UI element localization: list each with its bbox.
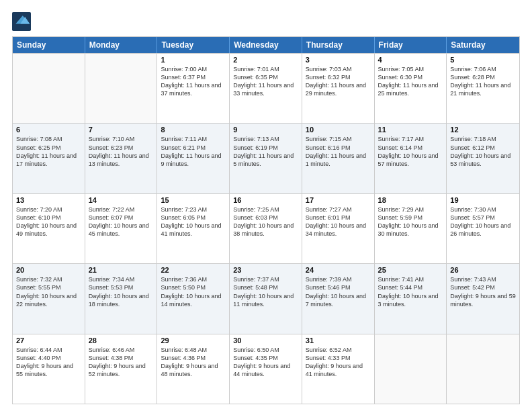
- calendar-cell-day-23: 23Sunrise: 7:37 AM Sunset: 5:48 PM Dayli…: [230, 264, 302, 333]
- cell-info: Sunrise: 7:15 AM Sunset: 6:16 PM Dayligh…: [306, 135, 371, 168]
- calendar-cell-day-4: 4Sunrise: 7:05 AM Sunset: 6:30 PM Daylig…: [375, 54, 447, 123]
- cell-info: Sunrise: 7:06 AM Sunset: 6:28 PM Dayligh…: [450, 65, 516, 98]
- calendar-cell-day-1: 1Sunrise: 7:00 AM Sunset: 6:37 PM Daylig…: [157, 54, 230, 123]
- cell-info: Sunrise: 7:27 AM Sunset: 6:01 PM Dayligh…: [306, 205, 371, 238]
- calendar-cell-day-5: 5Sunrise: 7:06 AM Sunset: 6:28 PM Daylig…: [447, 54, 519, 123]
- calendar-row-2: 6Sunrise: 7:08 AM Sunset: 6:25 PM Daylig…: [13, 123, 519, 193]
- calendar-cell-day-25: 25Sunrise: 7:41 AM Sunset: 5:44 PM Dayli…: [375, 264, 447, 333]
- weekday-header-sunday: Sunday: [13, 37, 85, 53]
- logo-icon: [12, 12, 31, 31]
- calendar-cell-day-30: 30Sunrise: 6:50 AM Sunset: 4:35 PM Dayli…: [230, 334, 302, 404]
- day-number: 20: [16, 266, 81, 274]
- page: SundayMondayTuesdayWednesdayThursdayFrid…: [0, 0, 532, 411]
- calendar-cell-day-27: 27Sunrise: 6:44 AM Sunset: 4:40 PM Dayli…: [13, 334, 85, 404]
- weekday-header-wednesday: Wednesday: [230, 37, 302, 53]
- cell-info: Sunrise: 6:44 AM Sunset: 4:40 PM Dayligh…: [16, 346, 81, 379]
- calendar-cell-empty: [447, 334, 519, 404]
- calendar-cell-day-9: 9Sunrise: 7:13 AM Sunset: 6:19 PM Daylig…: [230, 124, 302, 193]
- day-number: 26: [450, 266, 516, 274]
- day-number: 22: [161, 266, 226, 274]
- day-number: 11: [378, 126, 443, 134]
- day-number: 10: [306, 126, 371, 134]
- day-number: 19: [450, 196, 516, 204]
- day-number: 27: [16, 336, 81, 345]
- weekday-header-friday: Friday: [375, 37, 447, 53]
- calendar-cell-day-2: 2Sunrise: 7:01 AM Sunset: 6:35 PM Daylig…: [230, 54, 302, 123]
- day-number: 3: [306, 56, 371, 64]
- calendar-cell-day-8: 8Sunrise: 7:11 AM Sunset: 6:21 PM Daylig…: [157, 124, 230, 193]
- calendar-cell-day-24: 24Sunrise: 7:39 AM Sunset: 5:46 PM Dayli…: [302, 264, 375, 333]
- cell-info: Sunrise: 7:22 AM Sunset: 6:07 PM Dayligh…: [89, 205, 154, 238]
- cell-info: Sunrise: 7:05 AM Sunset: 6:30 PM Dayligh…: [378, 65, 443, 98]
- day-number: 13: [16, 196, 81, 204]
- calendar-row-5: 27Sunrise: 6:44 AM Sunset: 4:40 PM Dayli…: [13, 334, 519, 404]
- cell-info: Sunrise: 7:29 AM Sunset: 5:59 PM Dayligh…: [378, 205, 443, 238]
- calendar-cell-day-22: 22Sunrise: 7:36 AM Sunset: 5:50 PM Dayli…: [157, 264, 230, 333]
- day-number: 21: [89, 266, 154, 274]
- cell-info: Sunrise: 7:23 AM Sunset: 6:05 PM Dayligh…: [161, 205, 226, 238]
- weekday-header-tuesday: Tuesday: [157, 37, 230, 53]
- cell-info: Sunrise: 7:08 AM Sunset: 6:25 PM Dayligh…: [16, 135, 81, 168]
- calendar-cell-day-15: 15Sunrise: 7:23 AM Sunset: 6:05 PM Dayli…: [157, 194, 230, 263]
- cell-info: Sunrise: 7:25 AM Sunset: 6:03 PM Dayligh…: [233, 205, 298, 238]
- calendar-cell-day-29: 29Sunrise: 6:48 AM Sunset: 4:36 PM Dayli…: [157, 334, 230, 404]
- calendar-cell-day-10: 10Sunrise: 7:15 AM Sunset: 6:16 PM Dayli…: [302, 124, 375, 193]
- calendar-cell-empty: [85, 54, 158, 123]
- day-number: 16: [233, 196, 298, 204]
- calendar-cell-day-11: 11Sunrise: 7:17 AM Sunset: 6:14 PM Dayli…: [375, 124, 447, 193]
- day-number: 6: [16, 126, 81, 134]
- day-number: 24: [306, 266, 371, 274]
- day-number: 7: [89, 126, 154, 134]
- calendar-cell-day-28: 28Sunrise: 6:46 AM Sunset: 4:38 PM Dayli…: [85, 334, 158, 404]
- weekday-header-monday: Monday: [85, 37, 158, 53]
- calendar-body: 1Sunrise: 7:00 AM Sunset: 6:37 PM Daylig…: [13, 53, 519, 404]
- cell-info: Sunrise: 7:32 AM Sunset: 5:55 PM Dayligh…: [16, 275, 81, 308]
- cell-info: Sunrise: 7:39 AM Sunset: 5:46 PM Dayligh…: [306, 275, 371, 308]
- day-number: 29: [161, 336, 226, 345]
- cell-info: Sunrise: 7:11 AM Sunset: 6:21 PM Dayligh…: [161, 135, 226, 168]
- weekday-header-saturday: Saturday: [447, 37, 519, 53]
- calendar-cell-day-16: 16Sunrise: 7:25 AM Sunset: 6:03 PM Dayli…: [230, 194, 302, 263]
- cell-info: Sunrise: 7:30 AM Sunset: 5:57 PM Dayligh…: [450, 205, 516, 238]
- cell-info: Sunrise: 6:52 AM Sunset: 4:33 PM Dayligh…: [306, 346, 371, 379]
- day-number: 30: [233, 336, 298, 345]
- cell-info: Sunrise: 7:36 AM Sunset: 5:50 PM Dayligh…: [161, 275, 226, 308]
- calendar-cell-day-31: 31Sunrise: 6:52 AM Sunset: 4:33 PM Dayli…: [302, 334, 375, 404]
- cell-info: Sunrise: 6:50 AM Sunset: 4:35 PM Dayligh…: [233, 346, 298, 379]
- day-number: 4: [378, 56, 443, 64]
- cell-info: Sunrise: 7:00 AM Sunset: 6:37 PM Dayligh…: [161, 65, 226, 98]
- cell-info: Sunrise: 7:41 AM Sunset: 5:44 PM Dayligh…: [378, 275, 443, 308]
- calendar: SundayMondayTuesdayWednesdayThursdayFrid…: [12, 36, 520, 404]
- day-number: 8: [161, 126, 226, 134]
- calendar-cell-day-26: 26Sunrise: 7:43 AM Sunset: 5:42 PM Dayli…: [447, 264, 519, 333]
- day-number: 28: [89, 336, 154, 345]
- calendar-cell-day-17: 17Sunrise: 7:27 AM Sunset: 6:01 PM Dayli…: [302, 194, 375, 263]
- cell-info: Sunrise: 6:46 AM Sunset: 4:38 PM Dayligh…: [89, 346, 154, 379]
- day-number: 31: [306, 336, 371, 345]
- day-number: 17: [306, 196, 371, 204]
- cell-info: Sunrise: 7:18 AM Sunset: 6:12 PM Dayligh…: [450, 135, 516, 168]
- cell-info: Sunrise: 7:17 AM Sunset: 6:14 PM Dayligh…: [378, 135, 443, 168]
- cell-info: Sunrise: 7:20 AM Sunset: 6:10 PM Dayligh…: [16, 205, 81, 238]
- logo: [12, 12, 34, 31]
- calendar-cell-day-12: 12Sunrise: 7:18 AM Sunset: 6:12 PM Dayli…: [447, 124, 519, 193]
- calendar-cell-day-20: 20Sunrise: 7:32 AM Sunset: 5:55 PM Dayli…: [13, 264, 85, 333]
- day-number: 5: [450, 56, 516, 64]
- calendar-cell-day-3: 3Sunrise: 7:03 AM Sunset: 6:32 PM Daylig…: [302, 54, 375, 123]
- calendar-row-3: 13Sunrise: 7:20 AM Sunset: 6:10 PM Dayli…: [13, 193, 519, 263]
- calendar-cell-day-21: 21Sunrise: 7:34 AM Sunset: 5:53 PM Dayli…: [85, 264, 158, 333]
- day-number: 23: [233, 266, 298, 274]
- calendar-cell-day-7: 7Sunrise: 7:10 AM Sunset: 6:23 PM Daylig…: [85, 124, 158, 193]
- day-number: 1: [161, 56, 226, 64]
- calendar-cell-day-14: 14Sunrise: 7:22 AM Sunset: 6:07 PM Dayli…: [85, 194, 158, 263]
- calendar-row-4: 20Sunrise: 7:32 AM Sunset: 5:55 PM Dayli…: [13, 263, 519, 333]
- cell-info: Sunrise: 7:34 AM Sunset: 5:53 PM Dayligh…: [89, 275, 154, 308]
- cell-info: Sunrise: 7:37 AM Sunset: 5:48 PM Dayligh…: [233, 275, 298, 308]
- cell-info: Sunrise: 7:03 AM Sunset: 6:32 PM Dayligh…: [306, 65, 371, 98]
- day-number: 18: [378, 196, 443, 204]
- cell-info: Sunrise: 7:01 AM Sunset: 6:35 PM Dayligh…: [233, 65, 298, 98]
- calendar-cell-day-6: 6Sunrise: 7:08 AM Sunset: 6:25 PM Daylig…: [13, 124, 85, 193]
- calendar-header: SundayMondayTuesdayWednesdayThursdayFrid…: [13, 37, 519, 53]
- calendar-cell-day-19: 19Sunrise: 7:30 AM Sunset: 5:57 PM Dayli…: [447, 194, 519, 263]
- calendar-cell-day-18: 18Sunrise: 7:29 AM Sunset: 5:59 PM Dayli…: [375, 194, 447, 263]
